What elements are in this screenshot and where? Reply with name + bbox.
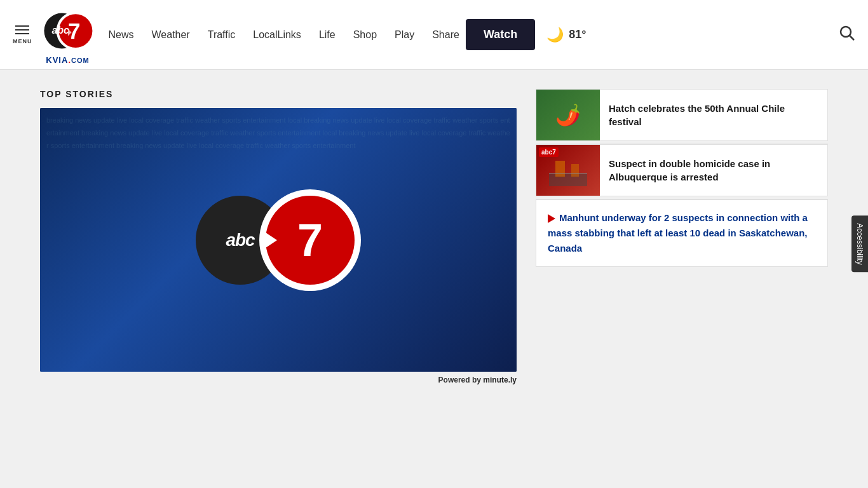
menu-bar-3 bbox=[15, 33, 29, 34]
menu-button[interactable]: MENU bbox=[13, 25, 32, 44]
top-stories-heading: TOP STORIES bbox=[40, 89, 517, 99]
menu-label: MENU bbox=[13, 38, 32, 44]
story-card-chile[interactable]: 🌶️ Hatch celebrates the 50th Annual Chil… bbox=[536, 89, 828, 141]
svg-point-6 bbox=[841, 27, 851, 37]
accessibility-button[interactable]: Accessibility bbox=[851, 215, 868, 272]
story-body-homicide: Suspect in double homicide case in Albuq… bbox=[600, 145, 827, 196]
nav-traffic[interactable]: Traffic bbox=[208, 29, 236, 41]
abc7-logo-svg: abc 7 bbox=[43, 4, 93, 55]
site-header: MENU abc 7 KVIA.COM New bbox=[0, 0, 868, 70]
homicide-thumb-image: abc7 bbox=[536, 145, 600, 196]
menu-bar-1 bbox=[15, 25, 29, 27]
nav-life[interactable]: Life bbox=[319, 29, 336, 41]
homicide-thumb-svg bbox=[549, 154, 587, 186]
story-card-manhunt[interactable]: Manhunt underway for 2 suspects in conne… bbox=[536, 200, 828, 267]
seven-circle: 7 bbox=[259, 189, 361, 291]
powered-by-brand: minute.ly bbox=[483, 376, 517, 384]
moon-icon: 🌙 bbox=[546, 27, 564, 43]
weather-area: 🌙 81° bbox=[546, 27, 586, 43]
seven-number: 7 bbox=[297, 217, 323, 263]
seven-inner: 7 bbox=[266, 196, 355, 285]
play-icon bbox=[548, 214, 555, 223]
svg-rect-8 bbox=[549, 173, 587, 186]
site-logo[interactable]: abc 7 KVIA.COM bbox=[43, 4, 93, 65]
svg-rect-9 bbox=[555, 161, 565, 177]
story-title-chile[interactable]: Hatch celebrates the 50th Annual Chile f… bbox=[609, 102, 818, 128]
seven-arrow-icon bbox=[266, 233, 277, 248]
story-title-homicide[interactable]: Suspect in double homicide case in Albuq… bbox=[609, 157, 818, 184]
nav-play[interactable]: Play bbox=[395, 29, 414, 41]
nav-share[interactable]: Share bbox=[432, 29, 459, 41]
thumb-badge-homicide: abc7 bbox=[539, 147, 559, 157]
watch-button[interactable]: Watch bbox=[466, 19, 535, 50]
svg-rect-10 bbox=[571, 164, 579, 177]
main-nav: News Weather Traffic LocalLinks Life Sho… bbox=[109, 29, 459, 41]
chile-thumb-image: 🌶️ bbox=[536, 90, 600, 140]
search-button[interactable] bbox=[839, 25, 855, 45]
menu-bar-2 bbox=[15, 29, 29, 30]
logo-text: KVIA.COM bbox=[46, 55, 89, 65]
main-content: TOP STORIES breaking news update live lo… bbox=[21, 89, 847, 384]
svg-line-7 bbox=[850, 36, 854, 40]
story-thumb-homicide: abc7 bbox=[536, 145, 600, 196]
video-container[interactable]: breaking news update live local coverage… bbox=[40, 108, 517, 372]
video-logo: abc 7 bbox=[196, 189, 361, 291]
nav-shop[interactable]: Shop bbox=[353, 29, 377, 41]
nav-weather[interactable]: Weather bbox=[152, 29, 190, 41]
header-left: MENU abc 7 KVIA.COM bbox=[13, 4, 93, 65]
temperature: 81° bbox=[569, 28, 586, 41]
nav-locallinks[interactable]: LocalLinks bbox=[253, 29, 301, 41]
right-column: 🌶️ Hatch celebrates the 50th Annual Chil… bbox=[536, 89, 828, 267]
abc-text: abc bbox=[226, 230, 254, 250]
left-column: TOP STORIES breaking news update live lo… bbox=[40, 89, 517, 384]
nav-news[interactable]: News bbox=[109, 29, 134, 41]
story-card-homicide[interactable]: abc7 Suspect in double homicide case in … bbox=[536, 144, 828, 196]
story-thumb-chile: 🌶️ bbox=[536, 90, 600, 140]
video-placeholder[interactable]: breaking news update live local coverage… bbox=[40, 108, 517, 372]
svg-text:abc: abc bbox=[51, 25, 69, 36]
search-icon bbox=[839, 25, 855, 41]
story-body-chile: Hatch celebrates the 50th Annual Chile f… bbox=[600, 90, 827, 140]
story-title-manhunt[interactable]: Manhunt underway for 2 suspects in conne… bbox=[548, 210, 816, 256]
powered-by: Powered by minute.ly bbox=[40, 376, 517, 384]
